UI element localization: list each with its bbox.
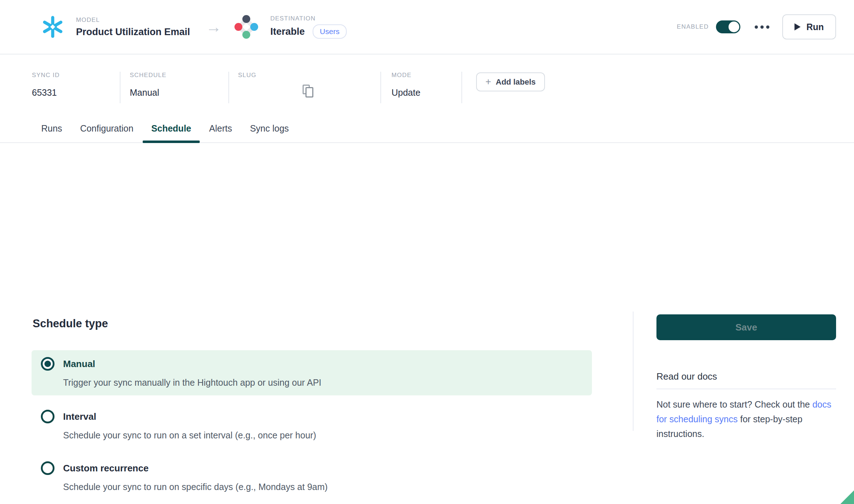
schedule-type-section: Schedule type Manual Trigger your sync m…: [32, 308, 592, 504]
sync-id-field: SYNC ID 65331: [32, 72, 120, 103]
add-labels-button[interactable]: + Add labels: [476, 72, 545, 91]
tab-alerts[interactable]: Alerts: [209, 123, 232, 142]
add-labels-label: Add labels: [496, 77, 536, 87]
model-name[interactable]: Product Utilization Email: [76, 27, 190, 38]
tab-schedule[interactable]: Schedule: [151, 123, 191, 142]
radio-icon[interactable]: [41, 410, 54, 423]
option-description: Schedule your sync to run on a set inter…: [63, 429, 316, 441]
sync-schedule-page: MODEL Product Utilization Email → DESTIN…: [0, 0, 854, 504]
docs-heading: Read our docs: [656, 371, 836, 382]
enabled-toggle[interactable]: [716, 20, 740, 33]
snowflake-icon: [42, 16, 64, 38]
sync-tabs: Runs Configuration Schedule Alerts Sync …: [0, 123, 854, 143]
model-label: MODEL: [76, 16, 190, 24]
schedule-option-interval[interactable]: Interval Schedule your sync to run on a …: [32, 410, 592, 441]
enabled-label: ENABLED: [677, 23, 709, 30]
docs-paragraph: Not sure where to start? Check out the d…: [656, 397, 836, 441]
schedule-option-custom-recurrence[interactable]: Custom recurrence Schedule your sync to …: [32, 461, 592, 493]
schedule-option-manual[interactable]: Manual Trigger your sync manually in the…: [32, 350, 592, 395]
destination-name[interactable]: Iterable: [270, 26, 305, 37]
option-description: Trigger your sync manually in the Highto…: [63, 377, 321, 388]
arrow-right-icon: →: [206, 18, 222, 36]
slug-field: SLUG: [229, 72, 381, 103]
run-button-label: Run: [806, 22, 824, 32]
schedule-label: SCHEDULE: [130, 72, 228, 79]
sync-id-value: 65331: [32, 87, 120, 98]
schedule-sidebar: Save Read our docs Not sure where to sta…: [656, 314, 836, 441]
play-icon: [794, 23, 801, 30]
option-label: Manual: [63, 358, 321, 370]
content-divider: [633, 312, 634, 431]
radio-icon[interactable]: [41, 461, 54, 475]
option-label: Interval: [63, 410, 316, 423]
schedule-value: Manual: [130, 87, 228, 98]
save-button[interactable]: Save: [656, 314, 836, 340]
copy-icon[interactable]: [303, 85, 314, 98]
option-description: Schedule your sync to run on specific da…: [63, 481, 328, 493]
sync-header: MODEL Product Utilization Email → DESTIN…: [0, 0, 854, 54]
model-entity: MODEL Product Utilization Email: [42, 16, 190, 38]
chat-widget-corner[interactable]: [840, 490, 854, 504]
mode-field: MODE Update: [381, 72, 462, 103]
schedule-type-heading: Schedule type: [32, 308, 592, 330]
option-label: Custom recurrence: [63, 462, 328, 474]
mode-label: MODE: [392, 72, 461, 79]
docs-text-before: Not sure where to start? Check out the: [656, 399, 812, 409]
destination-type-badge[interactable]: Users: [313, 24, 347, 39]
plus-icon: +: [485, 77, 491, 87]
schedule-field: SCHEDULE Manual: [120, 72, 229, 103]
docs-divider: [656, 389, 836, 389]
slug-label: SLUG: [238, 72, 380, 79]
tab-runs[interactable]: Runs: [41, 123, 62, 142]
radio-selected-icon[interactable]: [41, 357, 54, 371]
run-button[interactable]: Run: [782, 14, 836, 39]
destination-entity: DESTINATION Iterable Users: [234, 15, 347, 39]
destination-label: DESTINATION: [270, 15, 347, 22]
sync-id-label: SYNC ID: [32, 72, 120, 79]
tab-sync-logs[interactable]: Sync logs: [250, 123, 289, 142]
tab-configuration[interactable]: Configuration: [80, 123, 133, 142]
toggle-knob: [729, 22, 739, 32]
mode-value: Update: [392, 87, 461, 98]
sync-metadata-row: SYNC ID 65331 SCHEDULE Manual SLUG MODE …: [0, 72, 854, 105]
overflow-menu-icon[interactable]: [755, 25, 769, 29]
iterable-icon: [234, 15, 258, 39]
